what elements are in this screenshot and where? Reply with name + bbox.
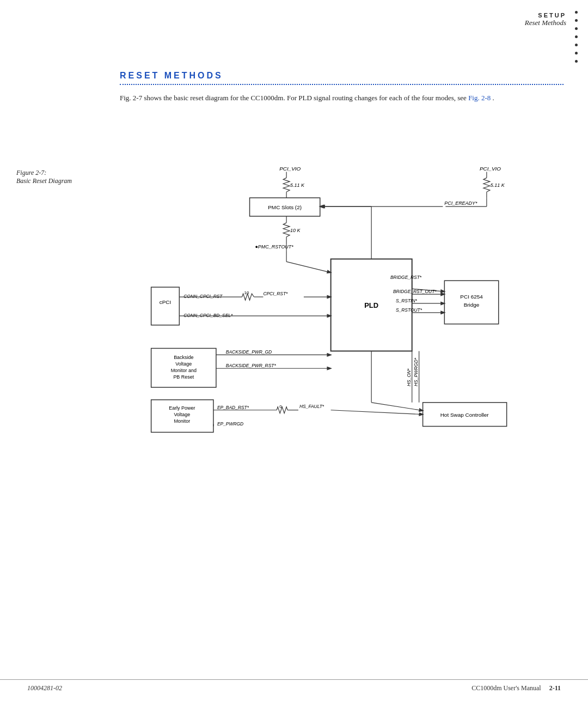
reset-diagram: PCI_VIO 5.11 K PMC Slots (2) PCI_EREADY*… [120, 158, 564, 441]
backside-pwr-rst-label: BACKSIDE_PWR_RST* [226, 363, 277, 368]
pci-vio-left-label: PCI_VIO [279, 166, 301, 172]
resistor-10k-label: 10 K [290, 228, 301, 233]
footer-page-number: 2-11 [549, 684, 561, 692]
early-power-label1: Early Power [169, 405, 195, 411]
border-dot-3 [575, 27, 578, 30]
figure-caption: Basic Reset Diagram [16, 177, 103, 185]
resistor-5k-right-label: 5.11 K [491, 182, 505, 188]
ep-bad-rst-label: EP_BAD_RST* [217, 405, 249, 410]
border-dot-6 [575, 52, 578, 54]
pci-bridge-label2: Bridge [464, 302, 480, 308]
hs-fault-label: HS_FAULT* [299, 404, 324, 409]
hs-on-label: HS_ON* [406, 368, 412, 386]
early-power-label2: Voltage [174, 412, 190, 417]
page-footer: 10004281-02 CC1000dm User's Manual 2-11 [0, 679, 588, 692]
s-rstout-label: S_RSTOUT* [396, 307, 422, 313]
border-dot-4 [575, 35, 578, 38]
backside-monitor-label4: PB Reset [173, 374, 194, 380]
main-content: RESET METHODS Fig. 2-7 shows the basic r… [120, 71, 564, 115]
conn-cpci-rst-label: CONN_CPCI_RST [183, 294, 223, 299]
backside-monitor-label2: Voltage [175, 361, 192, 367]
body-text-fig27-ref: Fig. 2-7 [120, 94, 142, 102]
pci-bridge-label1: PCI 6254 [460, 294, 483, 300]
diagram-container: PCI_VIO 5.11 K PMC Slots (2) PCI_EREADY*… [120, 158, 564, 441]
conn-cpci-bd-sel-label: CONN_CPCI_BD_SEL* [183, 313, 233, 318]
header-subtitle: Reset Methods [525, 19, 566, 27]
body-text: Fig. 2-7 shows the basic reset diagram f… [120, 93, 564, 104]
footer-manual-name: CC1000dm User's Manual [471, 684, 541, 692]
pld-label: PLD [364, 301, 378, 309]
pci-eready-label: PCI_EREADY* [444, 200, 477, 206]
svg-line-28 [331, 410, 423, 415]
figure-label: Figure 2-7: Basic Reset Diagram [16, 169, 103, 185]
backside-monitor-label1: Backside [174, 355, 193, 360]
footer-doc-number: 10004281-02 [27, 684, 62, 692]
bridge-rst-out-label: BRIDGE_RST_OUT* [393, 289, 437, 294]
body-text-part1: shows the basic reset diagram for the CC… [144, 94, 468, 102]
footer-manual-info: CC1000dm User's Manual 2-11 [471, 684, 561, 692]
section-title: RESET METHODS [120, 71, 564, 81]
svg-line-12 [286, 261, 331, 272]
bridge-rst-label: BRIDGE_RST* [390, 275, 422, 280]
figure-number: Figure 2-7: [16, 169, 103, 177]
border-dot-2 [575, 19, 578, 22]
border-dot-5 [575, 44, 578, 46]
cpci-label: cPCI [160, 299, 171, 305]
hs-pwrgd-label: HS_PWRGD* [413, 357, 419, 386]
ep-pwrgd-label: EP_PWRGD [217, 421, 243, 427]
cpci-box [151, 287, 180, 325]
cpci-rst-label: CPCI_RST* [263, 291, 288, 296]
early-power-label3: Monitor [174, 418, 190, 424]
page-header: SETUP Reset Methods [525, 12, 566, 27]
svg-line-31 [371, 403, 422, 411]
right-border-decoration [574, 0, 578, 98]
pmc-rstout-label: ●PMC_RSTOUT* [255, 244, 293, 249]
border-dot-7 [575, 60, 578, 63]
backside-pwr-gd-label: BACKSIDE_PWR_GD [226, 349, 272, 355]
backside-monitor-label3: Monitor and [171, 368, 197, 373]
pmc-slots-label: PMC Slots (2) [268, 204, 302, 210]
hot-swap-label: Hot Swap Controller [440, 412, 489, 418]
pci-vio-right-label: PCI_VIO [480, 166, 501, 172]
header-setup: SETUP [525, 12, 566, 19]
fig28-link[interactable]: Fig. 2-8 [468, 94, 491, 102]
resistor-label-10: 10 [244, 290, 249, 295]
border-dot-1 [575, 11, 578, 14]
body-text-period: . [493, 94, 494, 102]
s-rstin-label: S_RSTIN* [396, 298, 418, 303]
resistor-5k-left-label: 5.11 K [290, 182, 305, 188]
section-divider [120, 84, 564, 85]
